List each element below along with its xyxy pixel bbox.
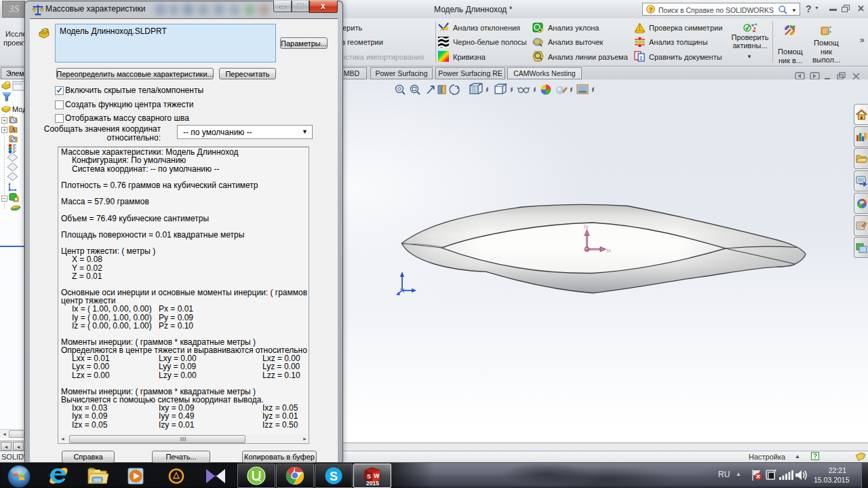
svg-text:Iy: Iy [584,223,589,230]
svg-text:W: W [374,472,380,479]
svg-text:Ix: Ix [606,247,612,254]
svg-text:A: A [11,126,16,133]
svg-text:S: S [330,470,338,483]
svg-text:S: S [367,473,371,480]
svg-text:2015: 2015 [366,480,379,487]
svg-text:2: 2 [639,55,643,61]
